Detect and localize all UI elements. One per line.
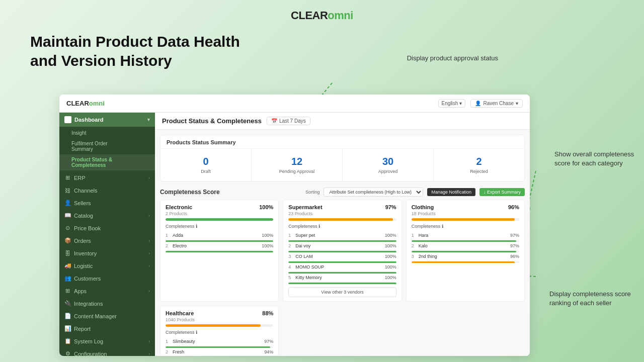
lang-label: English <box>442 101 458 106</box>
dashboard-chevron: ▾ <box>147 117 150 122</box>
syslog-label: System Log <box>74 338 103 344</box>
user-icon: 👤 <box>475 101 481 106</box>
customers-label: Customers <box>74 276 101 282</box>
cat-bar-healthcare <box>166 324 273 327</box>
main-content: Product Status & Completeness 📅 Last 7 D… <box>155 113 530 356</box>
user-menu[interactable]: 👤 Raven Chase ▾ <box>470 99 523 108</box>
vendor-row: 1 Super pet 100% <box>288 231 396 240</box>
inventory-chevron: › <box>148 251 150 256</box>
report-label: Report <box>74 326 91 332</box>
sidebar-item-sellers[interactable]: 👤 Sellers <box>59 197 155 209</box>
sidebar-item-insight[interactable]: Insight <box>59 128 155 138</box>
manage-notification-button[interactable]: Manage Notification <box>427 188 475 196</box>
sidebar-item-syslog[interactable]: 📋 System Log › <box>59 335 155 347</box>
cat-bar-electronic <box>166 218 273 221</box>
user-name: Raven Chase <box>483 101 514 106</box>
sorting-select[interactable]: Attribute Set completeness (High to Low) <box>324 188 423 197</box>
callout-ranking: Display completeness score ranking of ea… <box>549 290 635 308</box>
page-title: Product Status & Completeness <box>162 117 262 125</box>
app-body: Dashboard ▾ Insight Fulfilment OrderSumm… <box>59 113 530 356</box>
sidebar-item-product-status[interactable]: Product Status &Completeness <box>59 154 155 170</box>
catalog-icon: 📖 <box>64 212 71 219</box>
approved-label: Approved <box>347 169 429 174</box>
cat-count-supermarket: 23 Products <box>288 211 396 216</box>
view-others-button-supermarket[interactable]: View other 3 vendors <box>288 287 396 297</box>
config-chevron: › <box>148 351 150 356</box>
completeness-sub-label-healthcare: Completeness ℹ <box>166 330 273 335</box>
config-icon: ⚙ <box>64 350 71 356</box>
status-card-draft: 0 Draft <box>160 149 252 181</box>
sidebar-item-fulfilment[interactable]: Fulfilment OrderSummary <box>59 138 155 154</box>
sidebar-item-catalog[interactable]: 📖 Catalog › <box>59 209 155 222</box>
draft-count: 0 <box>165 156 247 167</box>
inventory-label: Inventory <box>74 250 97 256</box>
category-grid: Electronic 100% 2 Products Completeness … <box>155 200 530 356</box>
sidebar-item-integrations[interactable]: 🔌 Integrations <box>59 297 155 310</box>
draft-label: Draft <box>165 169 247 174</box>
language-selector[interactable]: English ▾ <box>438 99 466 108</box>
status-cards-row: 0 Draft 12 Pending Approval 30 Approved … <box>160 149 524 181</box>
sidebar-item-erp[interactable]: ⊞ ERP › <box>59 171 155 184</box>
completeness-sub-label-clothing: Completeness ℹ <box>412 224 519 229</box>
lang-chevron: ▾ <box>459 101 462 106</box>
completeness-header-bar: Completeness Score Sorting Attribute Set… <box>155 185 530 200</box>
rejected-count: 2 <box>438 156 520 167</box>
orders-label: Orders <box>74 238 91 244</box>
sidebar-item-pricebook[interactable]: ⊙ Price Book <box>59 222 155 234</box>
category-card-supermarket: Supermarket 97% 23 Products Completeness… <box>283 200 401 302</box>
customers-icon: 👥 <box>64 275 71 282</box>
cat-pct-electronic: 100% <box>259 204 273 210</box>
logistic-chevron: › <box>148 263 150 268</box>
vendor-row: 5 Kitty Memory 100% <box>288 274 396 282</box>
status-card-pending: 12 Pending Approval <box>252 149 343 181</box>
dashboard-label: Dashboard <box>74 117 103 123</box>
status-summary-card: Products Status Summary 0 Draft 12 Pendi… <box>160 135 525 182</box>
sidebar-item-inventory[interactable]: 🗄 Inventory › <box>59 247 155 259</box>
pending-count: 12 <box>256 156 338 167</box>
vendor-list-electronic: 1 Adda 100% 2 Electro 100% <box>166 231 273 252</box>
orders-chevron: › <box>148 238 150 243</box>
date-filter-badge[interactable]: 📅 Last 7 Days <box>267 117 310 125</box>
content-label: Content Manager <box>74 313 117 319</box>
cat-name-electronic: Electronic <box>166 204 192 210</box>
sidebar-item-channels[interactable]: ⛓ Channels <box>59 184 155 197</box>
cat-bar-supermarket <box>288 218 396 221</box>
rejected-label: Rejected <box>438 169 520 174</box>
logo-text: CLEARomni <box>291 9 353 22</box>
completeness-sub-label-supermarket: Completeness ℹ <box>288 224 396 229</box>
status-card-rejected: 2 Rejected <box>434 149 524 181</box>
category-card-healthcare: Healthcare 88% 1040 Products Completenes… <box>160 306 279 356</box>
completeness-sub-label-electronic: Completeness ℹ <box>166 224 273 229</box>
syslog-icon: 📋 <box>64 338 71 344</box>
catalog-chevron: › <box>148 213 150 218</box>
sellers-icon: 👤 <box>64 200 71 206</box>
erp-chevron: › <box>148 175 150 180</box>
vendor-row: 2 Kalo 97% <box>412 242 519 250</box>
integrations-icon: 🔌 <box>64 300 71 307</box>
export-summary-button[interactable]: ↓ Export Summary <box>479 188 525 196</box>
app-window: CLEARomni English ▾ 👤 Raven Chase ▾ Dash… <box>59 95 530 356</box>
sidebar-item-orders[interactable]: 📦 Orders › <box>59 234 155 247</box>
sidebar-item-config[interactable]: ⚙ Configuration › <box>59 347 155 356</box>
pricebook-label: Price Book <box>74 225 101 231</box>
apps-label: Apps <box>74 288 87 294</box>
sidebar-item-logistic[interactable]: 🚚 Logistic › <box>59 259 155 272</box>
callout-approval: Display product approval status <box>407 54 498 62</box>
heading-area: Maintain Product Data Healthand Version … <box>0 27 644 70</box>
orders-icon: 📦 <box>64 237 71 244</box>
sidebar-dashboard[interactable]: Dashboard ▾ <box>59 113 155 127</box>
sellers-label: Sellers <box>74 200 91 206</box>
sidebar-sub-items: Insight Fulfilment OrderSummary Product … <box>59 127 155 171</box>
vendor-row: 1 Slimbeauty 97% <box>166 337 273 346</box>
logistic-icon: 🚚 <box>64 262 71 269</box>
vendor-list-supermarket: 1 Super pet 100% 2 Dai voy 100% 3 <box>288 231 396 284</box>
vendor-row: 2 Electro 100% <box>166 242 273 250</box>
sidebar-item-customers[interactable]: 👥 Customers <box>59 272 155 285</box>
report-icon: 📊 <box>64 325 71 332</box>
sidebar-item-report[interactable]: 📊 Report <box>59 322 155 335</box>
sidebar-item-content[interactable]: 📄 Content Manager <box>59 310 155 322</box>
sidebar-item-apps[interactable]: ⊞ Apps › <box>59 285 155 297</box>
category-card-clothing: Clothing 96% 18 Products Completeness ℹ … <box>406 200 525 302</box>
cat-pct-supermarket: 97% <box>385 204 396 210</box>
main-page-header: Product Status & Completeness 📅 Last 7 D… <box>155 113 530 130</box>
